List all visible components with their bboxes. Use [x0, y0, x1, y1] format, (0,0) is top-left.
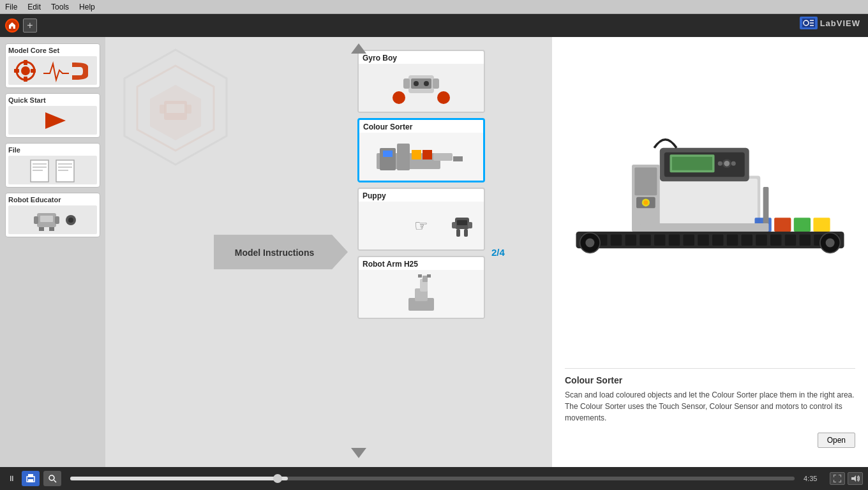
card-gyro-boy[interactable]: Gyro Boy	[357, 50, 485, 113]
svg-rect-32	[167, 104, 184, 113]
svg-rect-73	[654, 234, 666, 246]
svg-point-98	[718, 161, 722, 165]
svg-marker-119	[851, 475, 856, 482]
toolbar: + LabVIEW	[0, 14, 868, 37]
svg-rect-33	[160, 105, 165, 114]
add-tab-button[interactable]: +	[23, 19, 37, 33]
svg-rect-15	[33, 170, 43, 171]
sidebar-item-model-core-set[interactable]: Model Core Set	[5, 43, 100, 88]
svg-point-45	[437, 91, 450, 104]
scroll-down-button[interactable]	[351, 448, 366, 461]
svg-rect-50	[412, 150, 421, 160]
svg-rect-80	[756, 234, 767, 246]
svg-rect-64	[418, 274, 422, 278]
description-title: Colour Sorter	[565, 375, 855, 385]
scroll-up-button[interactable]	[351, 43, 366, 56]
volume-button[interactable]	[848, 472, 863, 485]
svg-rect-24	[39, 227, 44, 231]
svg-rect-115	[28, 474, 33, 477]
description-text: Scan and load coloured objects and let t…	[565, 389, 855, 424]
sidebar-item-quick-start[interactable]: Quick Start	[5, 93, 100, 138]
svg-rect-56	[452, 222, 456, 228]
sidebar: Model Core Set Quick Star	[0, 37, 105, 467]
svg-rect-65	[427, 274, 431, 278]
svg-rect-43	[433, 78, 439, 89]
svg-rect-107	[794, 218, 811, 232]
svg-rect-8	[24, 77, 27, 82]
bottom-right-icons	[830, 472, 863, 485]
svg-rect-91	[652, 178, 758, 228]
open-button[interactable]: Open	[818, 433, 855, 448]
menu-bar: File Edit Tools Help	[0, 0, 868, 14]
svg-rect-108	[813, 218, 830, 232]
svg-marker-11	[45, 112, 66, 129]
svg-rect-19	[58, 170, 68, 171]
svg-rect-10	[31, 69, 36, 73]
card-robot-arm-h25[interactable]: Robot Arm H25	[357, 256, 485, 319]
sidebar-item-file[interactable]: File	[5, 143, 100, 188]
bg-decoration-left	[112, 43, 239, 205]
svg-rect-79	[742, 234, 753, 246]
colour-sorter-title: Colour Sorter	[359, 120, 483, 133]
fullscreen-button[interactable]	[830, 472, 845, 485]
svg-rect-23	[55, 216, 59, 224]
main-area: Model Core Set Quick Star	[0, 37, 868, 467]
menu-edit[interactable]: Edit	[27, 3, 41, 11]
puppy-title: Puppy	[359, 189, 484, 202]
svg-rect-14	[33, 167, 47, 168]
card-colour-sorter[interactable]: Colour Sorter	[357, 118, 485, 182]
svg-marker-30	[150, 85, 201, 140]
svg-rect-9	[14, 69, 19, 73]
colour-sorter-robot-image	[565, 123, 855, 295]
labview-text: LabVIEW	[820, 19, 860, 28]
svg-rect-113	[640, 223, 768, 231]
svg-rect-31	[164, 101, 187, 120]
svg-point-6	[21, 66, 30, 75]
svg-rect-95	[672, 156, 712, 170]
svg-rect-52	[433, 153, 453, 161]
svg-marker-37	[351, 43, 366, 54]
progress-bar[interactable]	[70, 477, 795, 480]
pause-button[interactable]: ⏸	[5, 472, 18, 485]
sidebar-item-robot-educator[interactable]: Robot Educator	[5, 193, 100, 237]
svg-rect-72	[640, 234, 651, 246]
cursor-icon: ☞	[414, 217, 428, 235]
svg-rect-53	[453, 156, 463, 161]
menu-tools[interactable]: Tools	[51, 3, 69, 11]
svg-rect-74	[669, 234, 680, 246]
svg-rect-17	[58, 163, 72, 165]
labview-icon	[800, 17, 818, 29]
svg-rect-75	[684, 234, 695, 246]
svg-rect-81	[770, 234, 782, 246]
svg-rect-83	[800, 234, 811, 246]
svg-rect-51	[423, 150, 432, 160]
svg-point-104	[643, 200, 648, 205]
page-counter: 2/4	[491, 247, 505, 258]
svg-point-44	[393, 91, 405, 104]
card-puppy[interactable]: Puppy ☞	[357, 188, 485, 251]
svg-rect-78	[727, 234, 738, 246]
svg-point-97	[724, 160, 730, 166]
search-button[interactable]	[43, 471, 61, 486]
model-instructions-label: Model Instructions	[214, 235, 348, 270]
quick-start-label: Quick Start	[8, 96, 97, 104]
right-panel: Colour Sorter Scan and load coloured obj…	[552, 37, 868, 467]
gyro-boy-image	[359, 64, 484, 112]
svg-line-118	[54, 480, 57, 483]
svg-rect-25	[49, 227, 54, 231]
svg-rect-22	[34, 216, 38, 224]
time-display: 4:35	[804, 475, 826, 482]
print-button[interactable]	[22, 471, 40, 486]
model-instructions-text: Model Instructions	[235, 247, 327, 257]
progress-fill	[70, 477, 288, 480]
quick-start-image	[8, 106, 97, 135]
svg-point-89	[826, 238, 835, 247]
model-core-set-image	[8, 56, 97, 85]
menu-file[interactable]: File	[5, 3, 17, 11]
svg-rect-101	[634, 167, 657, 195]
progress-handle[interactable]	[273, 474, 282, 483]
menu-help[interactable]: Help	[79, 3, 95, 11]
svg-rect-13	[33, 163, 47, 165]
home-button[interactable]	[5, 19, 19, 33]
svg-rect-7	[24, 60, 27, 65]
